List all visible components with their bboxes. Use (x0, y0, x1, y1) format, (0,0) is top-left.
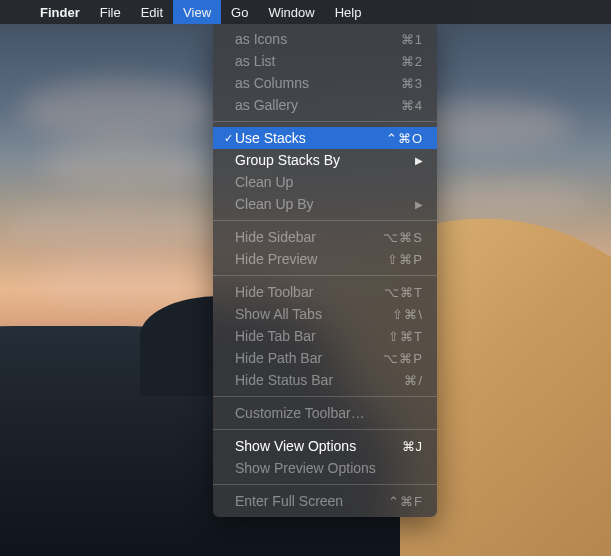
menu-separator (213, 429, 437, 430)
checkmark-icon: ✓ (221, 132, 235, 145)
menu-item-show-all-tabs: Show All Tabs⇧⌘\ (213, 303, 437, 325)
menu-item-clean-up: Clean Up (213, 171, 437, 193)
menu-item-enter-full-screen: Enter Full Screen⌃⌘F (213, 490, 437, 512)
menu-item-label: Hide Toolbar (235, 284, 384, 300)
menu-separator (213, 484, 437, 485)
menu-item-hide-status-bar: Hide Status Bar⌘/ (213, 369, 437, 391)
menu-item-shortcut: ⌘4 (401, 98, 423, 113)
menu-item-label: Customize Toolbar… (235, 405, 423, 421)
menu-item-label: as Columns (235, 75, 401, 91)
menu-separator (213, 220, 437, 221)
menu-item-hide-path-bar: Hide Path Bar⌥⌘P (213, 347, 437, 369)
menu-item-label: Use Stacks (235, 130, 386, 146)
menu-item-shortcut: ⌘3 (401, 76, 423, 91)
menu-item-label: Show All Tabs (235, 306, 392, 322)
menu-item-as-columns: as Columns⌘3 (213, 72, 437, 94)
menubar: Finder File Edit View Go Window Help (0, 0, 611, 24)
menu-item-use-stacks[interactable]: ✓Use Stacks⌃⌘O (213, 127, 437, 149)
menu-item-as-list: as List⌘2 (213, 50, 437, 72)
menu-item-hide-sidebar: Hide Sidebar⌥⌘S (213, 226, 437, 248)
menu-item-hide-toolbar: Hide Toolbar⌥⌘T (213, 281, 437, 303)
menu-item-hide-tab-bar: Hide Tab Bar⇧⌘T (213, 325, 437, 347)
menu-edit[interactable]: Edit (131, 0, 173, 24)
view-menu-dropdown: as Icons⌘1as List⌘2as Columns⌘3as Galler… (213, 24, 437, 517)
menu-item-label: Group Stacks By (235, 152, 415, 168)
app-menu-finder[interactable]: Finder (30, 0, 90, 24)
menu-item-as-icons: as Icons⌘1 (213, 28, 437, 50)
cloud-decoration (0, 200, 220, 255)
menu-item-shortcut: ⌘1 (401, 32, 423, 47)
menu-item-label: Show Preview Options (235, 460, 423, 476)
chevron-right-icon: ▶ (415, 155, 423, 166)
menu-item-hide-preview: Hide Preview⇧⌘P (213, 248, 437, 270)
menu-item-group-stacks-by[interactable]: Group Stacks By▶ (213, 149, 437, 171)
menu-item-customize-toolbar: Customize Toolbar… (213, 402, 437, 424)
apple-menu[interactable] (0, 0, 30, 24)
menu-item-as-gallery: as Gallery⌘4 (213, 94, 437, 116)
menu-item-label: Hide Status Bar (235, 372, 404, 388)
menu-item-shortcut: ⌥⌘P (383, 351, 423, 366)
menu-item-label: Show View Options (235, 438, 402, 454)
menu-view[interactable]: View (173, 0, 221, 24)
menu-separator (213, 121, 437, 122)
menu-item-label: Clean Up (235, 174, 423, 190)
menu-item-label: Hide Path Bar (235, 350, 383, 366)
cloud-decoration (20, 80, 220, 140)
menu-item-label: Enter Full Screen (235, 493, 388, 509)
cloud-decoration (30, 260, 210, 305)
menu-item-label: Hide Preview (235, 251, 387, 267)
menu-item-show-view-options[interactable]: Show View Options⌘J (213, 435, 437, 457)
menu-go[interactable]: Go (221, 0, 258, 24)
cloud-decoration (40, 140, 210, 190)
menu-separator (213, 396, 437, 397)
menu-item-show-preview-options: Show Preview Options (213, 457, 437, 479)
menu-item-shortcut: ⌥⌘T (384, 285, 423, 300)
menu-item-label: as Icons (235, 31, 401, 47)
menu-item-shortcut: ⌘J (402, 439, 424, 454)
cloud-decoration (431, 180, 591, 220)
menu-item-shortcut: ⇧⌘P (387, 252, 423, 267)
menu-item-shortcut: ⇧⌘\ (392, 307, 423, 322)
menu-item-shortcut: ⌥⌘S (383, 230, 423, 245)
menu-item-label: Hide Tab Bar (235, 328, 388, 344)
menu-help[interactable]: Help (325, 0, 372, 24)
menu-item-label: as Gallery (235, 97, 401, 113)
menu-window[interactable]: Window (258, 0, 324, 24)
menu-item-label: Clean Up By (235, 196, 415, 212)
menu-item-shortcut: ⌃⌘F (388, 494, 423, 509)
menu-separator (213, 275, 437, 276)
menu-item-shortcut: ⇧⌘T (388, 329, 423, 344)
menu-item-label: Hide Sidebar (235, 229, 383, 245)
menu-item-shortcut: ⌘2 (401, 54, 423, 69)
menu-item-shortcut: ⌃⌘O (386, 131, 423, 146)
menu-item-label: as List (235, 53, 401, 69)
chevron-right-icon: ▶ (415, 199, 423, 210)
menu-file[interactable]: File (90, 0, 131, 24)
menu-item-clean-up-by: Clean Up By▶ (213, 193, 437, 215)
menu-item-shortcut: ⌘/ (404, 373, 423, 388)
